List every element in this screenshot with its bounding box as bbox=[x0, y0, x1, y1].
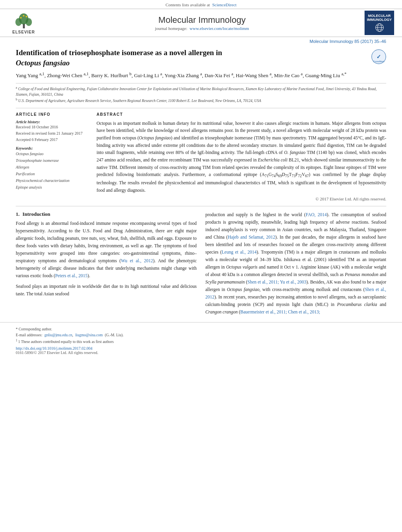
main-right-col: production and supply is the highest in … bbox=[205, 211, 386, 316]
footnote-corresponding: * Corresponding author. bbox=[16, 326, 386, 332]
elsevier-tree-icon bbox=[13, 12, 35, 30]
footnote-email: E-mail addresses: gnliu@jmu.edu.cn, liug… bbox=[16, 332, 386, 338]
badge-line2: IMMUNOLOGY bbox=[367, 18, 392, 22]
email2[interactable]: liugmo@sina.com bbox=[75, 333, 103, 337]
sciencedirect-link[interactable]: ScienceDirect bbox=[212, 2, 236, 7]
journal-title: Molecular Immunology bbox=[39, 15, 365, 25]
authors: Yang Yang a,1, Zhong-Wei Chen a,1, Barry… bbox=[16, 69, 386, 81]
svg-point-4 bbox=[26, 18, 32, 26]
right-para1: production and supply is the highest in … bbox=[205, 211, 386, 316]
keyword-5: Physicochemical characterization bbox=[16, 177, 89, 184]
svg-point-6 bbox=[26, 16, 27, 17]
main-content: 1. Introduction Food allergy is an abnor… bbox=[0, 211, 402, 316]
svg-text:CrossMark: CrossMark bbox=[373, 60, 385, 63]
accepted-date: Accepted 6 February 2017 bbox=[16, 137, 89, 143]
abstract-header: ABSTRACT bbox=[97, 112, 386, 117]
ref-hajeb-2012[interactable]: Hajeb and Selamat, 2012 bbox=[228, 235, 275, 239]
contents-label: Contents lists available at bbox=[166, 2, 210, 7]
citation-line: Molecular Immunology 85 (2017) 35–46 bbox=[16, 37, 386, 45]
title-section: Identification of triosephosphate isomer… bbox=[16, 45, 386, 69]
svg-text:✓: ✓ bbox=[376, 54, 381, 60]
abstract-copyright: © 2017 Elsevier Ltd. All rights reserved… bbox=[97, 196, 386, 201]
section-title: Introduction bbox=[22, 211, 50, 217]
article-info-col: ARTICLE INFO Article history: Received 1… bbox=[16, 112, 89, 201]
keywords-label: Keywords: bbox=[16, 146, 89, 150]
section-number: 1. bbox=[16, 211, 20, 217]
affiliations: a College of Food and Biological Enginee… bbox=[16, 83, 386, 104]
header-top: Contents lists available at ScienceDirec… bbox=[0, 0, 402, 9]
journal-header: ELSEVIER Molecular Immunology journal ho… bbox=[0, 9, 402, 37]
homepage-url[interactable]: www.elsevier.com/locate/molimm bbox=[190, 26, 249, 31]
main-left-col: 1. Introduction Food allergy is an abnor… bbox=[16, 211, 197, 316]
crossmark-badge[interactable]: ✓ CrossMark bbox=[371, 49, 386, 64]
article-info-abstract: ARTICLE INFO Article history: Received 1… bbox=[16, 108, 386, 201]
mol-immuno-badge: MOLECULAR IMMUNOLOGY bbox=[365, 11, 394, 35]
elsevier-logo: ELSEVIER bbox=[8, 12, 39, 34]
homepage-label: journal homepage: bbox=[155, 26, 187, 31]
journal-homepage: journal homepage: www.elsevier.com/locat… bbox=[39, 26, 365, 31]
crossmark-icon: ✓ CrossMark bbox=[371, 49, 386, 64]
globe-icon bbox=[374, 22, 385, 32]
title-part1: Identification of triosephosphate isomer… bbox=[16, 48, 222, 57]
keywords-list: Octopus fangsiao Triosephosphate isomera… bbox=[16, 150, 89, 191]
svg-point-5 bbox=[20, 17, 22, 19]
corresponding-label: * Corresponding author. bbox=[16, 327, 52, 331]
history-label: Article history: bbox=[16, 120, 89, 124]
ref-wu-2012[interactable]: Wu et al., 2012 bbox=[121, 258, 153, 263]
intro-para1: Food allergy is an abnormal food-induced… bbox=[16, 220, 197, 280]
article-title: Identification of triosephosphate isomer… bbox=[16, 48, 367, 68]
abstract-col: ABSTRACT Octopus is an important mollusk… bbox=[97, 112, 386, 201]
email-label: E-mail addresses: bbox=[16, 333, 42, 337]
badge-line1: MOLECULAR bbox=[368, 14, 391, 18]
keyword-1: Octopus fangsiao bbox=[16, 150, 89, 157]
article-info-header: ARTICLE INFO bbox=[16, 112, 89, 117]
ref-leung-2014[interactable]: Leung et al., 2014 bbox=[222, 250, 257, 254]
keyword-6: Epitope analysis bbox=[16, 184, 89, 191]
elsevier-text: ELSEVIER bbox=[12, 30, 35, 34]
keyword-3: Allergen bbox=[16, 164, 89, 171]
affiliation-b: U.S. Department of Agriculture, Agricult… bbox=[18, 99, 261, 103]
ref-bauermeister-2011[interactable]: Bauermeister et al., 2011; Chen et al., … bbox=[240, 310, 320, 314]
footer: * Corresponding author. E-mail addresses… bbox=[0, 322, 402, 358]
received-date: Received 18 October 2016 bbox=[16, 124, 89, 130]
abstract-text: Octopus is an important mollusk in human… bbox=[97, 120, 386, 194]
revised-date: Received in revised form 21 January 2017 bbox=[16, 130, 89, 137]
svg-point-3 bbox=[15, 18, 22, 26]
ref-peters-2015[interactable]: Peters et al., 2015 bbox=[55, 273, 87, 278]
copyright-bottom: 0161-5890/© 2017 Elsevier Ltd. All right… bbox=[16, 350, 386, 355]
email1[interactable]: gnliu@jmu.edu.cn bbox=[45, 333, 73, 337]
ref-fao-2014[interactable]: FAO, 2014 bbox=[306, 212, 327, 217]
affiliation-a: College of Food and Biological Engineeri… bbox=[16, 87, 377, 96]
svg-point-7 bbox=[23, 15, 24, 17]
section-divider bbox=[16, 206, 386, 206]
title-part2: Octopus fangsiao bbox=[16, 59, 70, 67]
journal-center: Molecular Immunology journal homepage: w… bbox=[39, 15, 365, 31]
intro-para2: Seafood plays an important role in world… bbox=[16, 283, 197, 298]
footnote1-text: 1 These authors contributed equally to t… bbox=[18, 340, 114, 344]
email-suffix: (G.-M. Liu). bbox=[105, 333, 124, 337]
keyword-4: Purification bbox=[16, 171, 89, 177]
ref-shen-2011[interactable]: Shen et al., 2011; Yu et al., 2003 bbox=[248, 280, 306, 284]
footnote-1: 1 1 These authors contributed equally to… bbox=[16, 338, 386, 345]
intro-section-title: 1. Introduction bbox=[16, 211, 197, 217]
doi-line[interactable]: http://dx.doi.org/10.1016/j.molimm.2017.… bbox=[16, 346, 386, 350]
keyword-2: Triosephosphate isomerase bbox=[16, 157, 89, 164]
